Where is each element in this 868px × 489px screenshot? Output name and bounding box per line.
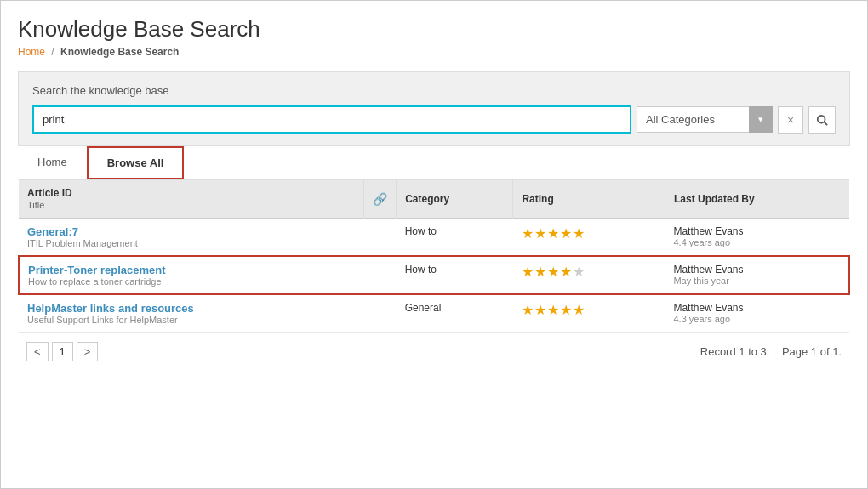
attachment-cell bbox=[364, 256, 397, 294]
article-cell: HelpMaster links and resources Useful Su… bbox=[19, 294, 364, 333]
col-attachment: 🔗 bbox=[364, 180, 397, 219]
article-id-label[interactable]: Printer-Toner replacement bbox=[28, 264, 356, 276]
rating-cell: ★★★★★ bbox=[513, 256, 665, 294]
updated-cell: Matthew Evans May this year bbox=[665, 256, 849, 294]
tabs-row: Home Browse All bbox=[18, 146, 850, 179]
page-title: Knowledge Base Search bbox=[18, 16, 850, 43]
category-cell: General bbox=[397, 294, 513, 333]
breadcrumb-home[interactable]: Home bbox=[18, 46, 45, 58]
col-article-id-label: Article ID bbox=[27, 187, 72, 199]
prev-page-button[interactable]: < bbox=[26, 342, 49, 361]
article-subtitle: ITIL Problem Management bbox=[27, 238, 356, 248]
updated-by-name: Matthew Evans bbox=[673, 302, 841, 314]
pagination-controls: < 1 > bbox=[26, 342, 98, 361]
table-row: General:7 ITIL Problem Management How to… bbox=[19, 219, 849, 257]
updated-by-name: Matthew Evans bbox=[673, 225, 841, 237]
article-subtitle: Useful Support Links for HelpMaster bbox=[27, 315, 356, 325]
search-button[interactable] bbox=[808, 106, 836, 134]
page-wrapper: Knowledge Base Search Home / Knowledge B… bbox=[1, 1, 867, 380]
updated-by-time: May this year bbox=[673, 276, 840, 286]
updated-by-time: 4.3 years ago bbox=[673, 314, 841, 324]
updated-by-name: Matthew Evans bbox=[673, 264, 840, 276]
table-header-row: Article ID Title 🔗 Category Rating Last … bbox=[19, 180, 849, 219]
col-category: Category bbox=[397, 180, 513, 219]
attachment-cell bbox=[364, 294, 397, 333]
svg-line-1 bbox=[825, 122, 828, 125]
search-container: Search the knowledge base All Categories… bbox=[18, 71, 850, 146]
category-select[interactable]: All Categories How to General bbox=[637, 106, 773, 133]
star-rating: ★★★★★ bbox=[522, 303, 585, 317]
search-icon bbox=[816, 114, 828, 126]
search-label: Search the knowledge base bbox=[32, 84, 836, 97]
search-input[interactable] bbox=[32, 105, 631, 134]
article-subtitle: How to replace a toner cartridge bbox=[28, 276, 356, 287]
rating-cell: ★★★★★ bbox=[513, 219, 665, 257]
col-title-sublabel: Title bbox=[27, 200, 44, 210]
breadcrumb-current: Knowledge Base Search bbox=[60, 46, 179, 58]
tab-browse-all[interactable]: Browse All bbox=[87, 146, 185, 179]
search-row: All Categories How to General ▾ × bbox=[32, 105, 836, 134]
article-id-label[interactable]: General:7 bbox=[27, 225, 356, 238]
page-count: Page 1 of 1. bbox=[782, 345, 842, 358]
breadcrumb: Home / Knowledge Base Search bbox=[18, 46, 850, 58]
results-table: Article ID Title 🔗 Category Rating Last … bbox=[18, 179, 850, 333]
current-page: 1 bbox=[52, 342, 73, 361]
star-rating: ★★★★★ bbox=[522, 226, 585, 241]
category-cell: How to bbox=[397, 219, 513, 257]
star-rating: ★★★★★ bbox=[522, 264, 585, 279]
col-article-id: Article ID Title bbox=[19, 180, 364, 219]
tab-home[interactable]: Home bbox=[18, 146, 87, 179]
record-count: Record 1 to 3. bbox=[700, 345, 770, 358]
attachment-cell bbox=[364, 219, 397, 257]
record-info: Record 1 to 3. Page 1 of 1. bbox=[700, 345, 842, 358]
col-rating: Rating bbox=[513, 180, 665, 219]
breadcrumb-sep: / bbox=[51, 46, 54, 58]
next-page-button[interactable]: > bbox=[77, 342, 99, 361]
pagination-row: < 1 > Record 1 to 3. Page 1 of 1. bbox=[18, 333, 850, 370]
table-row-highlighted: Printer-Toner replacement How to replace… bbox=[19, 256, 849, 294]
article-cell: Printer-Toner replacement How to replace… bbox=[19, 256, 364, 294]
updated-cell: Matthew Evans 4.4 years ago bbox=[665, 219, 849, 257]
category-cell: How to bbox=[397, 256, 513, 294]
updated-cell: Matthew Evans 4.3 years ago bbox=[665, 294, 849, 333]
clear-button[interactable]: × bbox=[778, 106, 803, 134]
table-row: HelpMaster links and resources Useful Su… bbox=[19, 294, 849, 333]
col-updated: Last Updated By bbox=[665, 180, 849, 219]
category-select-wrapper: All Categories How to General ▾ bbox=[637, 106, 773, 133]
updated-by-time: 4.4 years ago bbox=[673, 237, 841, 247]
svg-point-0 bbox=[818, 115, 825, 122]
article-cell: General:7 ITIL Problem Management bbox=[19, 219, 364, 257]
attachment-icon: 🔗 bbox=[373, 192, 387, 206]
rating-cell: ★★★★★ bbox=[513, 294, 665, 333]
article-id-label[interactable]: HelpMaster links and resources bbox=[27, 302, 356, 315]
